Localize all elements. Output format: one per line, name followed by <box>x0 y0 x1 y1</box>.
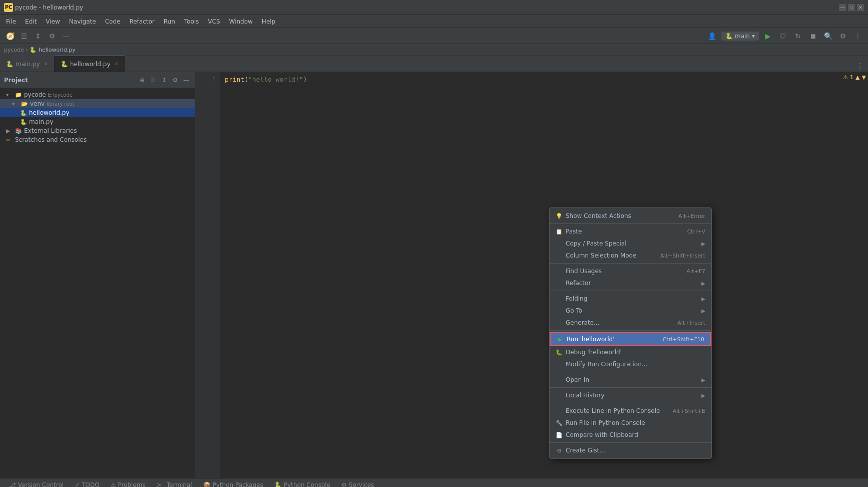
more-button[interactable]: ⋮ <box>852 30 864 42</box>
tree-item-pycode[interactable]: ▾ 📁 pycode E:\pycode <box>0 90 195 99</box>
bottom-tab-todo[interactable]: ✓ TODO <box>70 479 105 488</box>
run-config-chevron: ▾ <box>752 33 755 40</box>
ctx-arrow-refactor: ▶ <box>701 281 705 286</box>
tab-main-py[interactable]: 🐍 main.py ✕ <box>0 56 55 72</box>
ctx-label-show-context-actions: Show Context Actions <box>566 212 631 219</box>
sidebar-list-btn[interactable]: ☰ <box>149 76 158 85</box>
warning-up-btn[interactable]: ▲ <box>855 74 859 81</box>
menu-window[interactable]: Window <box>225 17 257 26</box>
ctx-open-in[interactable]: Open In ▶ <box>550 374 711 386</box>
bottom-tab-version-control[interactable]: ⎇ Version Control <box>4 479 69 488</box>
menu-run[interactable]: Run <box>160 17 179 26</box>
ctx-sep-8 <box>550 442 711 443</box>
ext-libs-icon: 📚 <box>15 128 22 134</box>
ctx-paste[interactable]: 📋 Paste Ctrl+V <box>550 225 711 237</box>
run-button[interactable]: ▶ <box>762 30 774 42</box>
menu-view[interactable]: View <box>42 17 64 26</box>
tab-more-button[interactable]: ⋮ <box>854 60 866 72</box>
ctx-local-history[interactable]: Local History ▶ <box>550 389 711 401</box>
ctx-show-context-actions[interactable]: 💡 Show Context Actions Alt+Enter <box>550 210 711 222</box>
maximize-button[interactable]: □ <box>848 4 855 11</box>
tree-item-main[interactable]: 🐍 main.py <box>0 117 195 126</box>
breadcrumb-file[interactable]: helloworld.py <box>39 47 76 53</box>
modify-run-config-icon <box>556 361 563 368</box>
ctx-execute-line-python-console[interactable]: Execute Line in Python Console Alt+Shift… <box>550 405 711 417</box>
menu-refactor[interactable]: Refactor <box>125 17 158 26</box>
tab-main-py-label: main.py <box>16 61 40 68</box>
toolbar-compass-btn[interactable]: 🧭 <box>4 30 16 42</box>
warning-bar: ⚠ 1 ▲ ▼ <box>843 74 866 81</box>
menu-tools[interactable]: Tools <box>180 17 203 26</box>
ctx-create-gist[interactable]: ⊙ Create Gist... <box>550 444 711 456</box>
ctx-left-copy-paste: Copy / Paste Special <box>556 240 627 247</box>
ctx-modify-run-config[interactable]: Modify Run Configuration... <box>550 358 711 370</box>
ctx-run-file-python-console[interactable]: 🔧 Run File in Python Console <box>550 417 711 429</box>
bottom-tab-problems[interactable]: ⚠ Problems <box>106 479 151 488</box>
ctx-compare-clipboard[interactable]: 📄 Compare with Clipboard <box>550 429 711 441</box>
toolbar-avatar-btn[interactable]: 👤 <box>706 30 718 42</box>
tree-item-helloworld[interactable]: 🐍 helloworld.py <box>0 108 195 117</box>
ctx-sep-2 <box>550 263 711 264</box>
generate-icon <box>556 319 563 326</box>
toolbar-gear-btn[interactable]: ⚙ <box>46 30 58 42</box>
ctx-label-modify-run-config: Modify Run Configuration... <box>566 361 647 368</box>
settings-button[interactable]: ⚙ <box>837 30 849 42</box>
ctx-refactor[interactable]: Refactor ▶ <box>550 277 711 289</box>
tab-helloworld-py[interactable]: 🐍 helloworld.py ✕ <box>55 56 125 72</box>
bottom-tab-python-console[interactable]: 🐍 Python Console <box>269 479 335 488</box>
tree-ext-expand-icon: ▶ <box>6 128 13 134</box>
bottom-tab-python-packages[interactable]: 📦 Python Packages <box>198 479 268 488</box>
menu-help[interactable]: Help <box>258 17 279 26</box>
sidebar-compass-btn[interactable]: ⊕ <box>138 76 147 85</box>
menu-file[interactable]: File <box>2 17 20 26</box>
run-config-selector[interactable]: 🐍 main ▾ <box>721 32 759 41</box>
ctx-go-to[interactable]: Go To ▶ <box>550 305 711 317</box>
ctx-find-usages[interactable]: Find Usages Alt+F7 <box>550 265 711 277</box>
toolbar-collapse-btn[interactable]: ⇕ <box>32 30 44 42</box>
ctx-sep-5 <box>550 372 711 372</box>
bottom-tab-services[interactable]: ⚙ Services <box>336 479 379 488</box>
editor-area[interactable]: 1 print ( "hello world!" ) ⚠ 1 ▲ ▼ 💡 Sho… <box>195 72 868 478</box>
bottom-tab-terminal[interactable]: >_ Terminal <box>152 479 197 488</box>
folding-icon <box>556 295 563 302</box>
stop-button[interactable]: ⏹ <box>807 30 819 42</box>
ctx-column-selection-mode[interactable]: Column Selection Mode Alt+Shift+Insert <box>550 250 711 262</box>
tab-helloworld-py-close[interactable]: ✕ <box>114 61 118 67</box>
ctx-folding[interactable]: Folding ▶ <box>550 293 711 305</box>
menu-edit[interactable]: Edit <box>21 17 41 26</box>
code-line-1: print ( "hello world!" ) <box>225 74 864 84</box>
ctx-copy-paste-special[interactable]: Copy / Paste Special ▶ <box>550 237 711 250</box>
ctx-left-modify-run-config: Modify Run Configuration... <box>556 361 647 368</box>
menu-code[interactable]: Code <box>101 17 125 26</box>
tree-expand-icon: ▾ <box>6 92 13 98</box>
bottom-tab-version-control-label: Version Control <box>18 481 64 488</box>
warning-icon: ⚠ <box>843 74 848 81</box>
ctx-run-helloworld[interactable]: ▶ Run 'helloworld' Ctrl+Shift+F10 <box>550 332 711 346</box>
menu-vcs[interactable]: VCS <box>204 17 224 26</box>
sidebar-collapse-btn[interactable]: ↕ <box>160 76 169 85</box>
ctx-label-compare-clipboard: Compare with Clipboard <box>566 431 638 438</box>
ctx-generate[interactable]: Generate... Alt+Insert <box>550 317 711 329</box>
toolbar-minus-btn[interactable]: — <box>60 30 72 42</box>
breadcrumb-pycode[interactable]: pycode <box>4 47 24 53</box>
coverage-button[interactable]: 🛡 <box>777 30 789 42</box>
refresh-button[interactable]: ↻ <box>792 30 804 42</box>
warning-down-btn[interactable]: ▼ <box>862 74 866 81</box>
editor-content[interactable]: print ( "hello world!" ) <box>221 72 868 478</box>
minimize-button[interactable]: — <box>839 4 846 11</box>
sidebar-minus-btn[interactable]: — <box>182 76 191 85</box>
ctx-arrow-copy-paste: ▶ <box>701 241 705 247</box>
ctx-arrow-local-history: ▶ <box>701 393 705 398</box>
tab-main-py-close[interactable]: ✕ <box>44 61 48 67</box>
terminal-icon: >_ <box>157 481 165 488</box>
sidebar-toolbar: Project ⊕ ☰ ↕ ⚙ — <box>0 72 195 88</box>
menu-navigate[interactable]: Navigate <box>65 17 100 26</box>
close-button[interactable]: ✕ <box>857 4 864 11</box>
sidebar-gear-btn[interactable]: ⚙ <box>171 76 180 85</box>
search-button[interactable]: 🔍 <box>822 30 834 42</box>
tree-item-venv[interactable]: ▾ 📂 venv library root <box>0 99 195 108</box>
toolbar-list-btn[interactable]: ☰ <box>18 30 30 42</box>
ctx-debug-helloworld[interactable]: 🐛 Debug 'helloworld' <box>550 346 711 358</box>
tree-item-scratches[interactable]: ✏ Scratches and Consoles <box>0 135 195 144</box>
tree-item-external-libs[interactable]: ▶ 📚 External Libraries <box>0 126 195 135</box>
